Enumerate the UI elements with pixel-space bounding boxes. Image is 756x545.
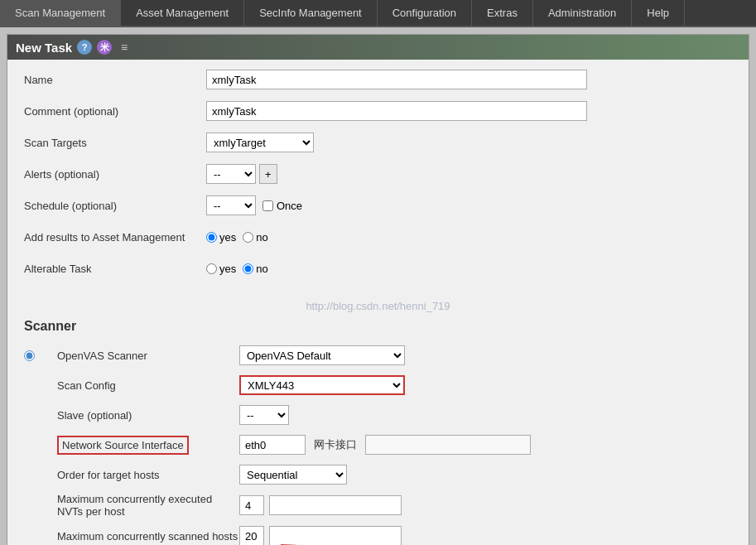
alterable-label: Alterable Task [24, 263, 206, 275]
network-annotation: 网卡接口 [314, 437, 357, 452]
page-title: New Task [16, 41, 72, 55]
slave-select[interactable]: -- [239, 405, 289, 425]
scan-config-select[interactable]: XMLY443 [239, 375, 405, 395]
alterable-yes-text: yes [219, 263, 236, 275]
openvas-row: OpenVAS Scanner OpenVAS Default [57, 344, 732, 367]
slave-control: -- [239, 405, 289, 425]
alerts-row: Alerts (optional) -- + [24, 162, 732, 186]
asset-control: yes no [206, 231, 732, 244]
scanner-title: Scanner [24, 319, 732, 334]
top-navigation: Scan Management Asset Management SecInfo… [0, 0, 756, 27]
scan-config-control: XMLY443 [239, 375, 405, 395]
order-control: Sequential [239, 465, 347, 485]
form-body: Name Comment (optional) Scan Targets xml… [7, 60, 749, 297]
nav-asset-management[interactable]: Asset Management [121, 0, 244, 26]
asset-no-text: no [256, 231, 267, 244]
nvt-per-host-range-input[interactable] [269, 495, 402, 515]
name-control [206, 70, 732, 89]
scanned-hosts-label: Maximum concurrently scanned hosts [57, 530, 239, 543]
once-checkbox[interactable] [262, 200, 273, 211]
order-row: Order for target hosts Sequential [57, 463, 732, 486]
scan-targets-select[interactable]: xmlyTarget [206, 133, 314, 152]
order-select[interactable]: Sequential [239, 465, 347, 485]
scan-targets-label: Scan Targets [24, 137, 206, 149]
network-input-area: 网卡接口 [239, 435, 531, 455]
alterable-yes-radio[interactable] [206, 263, 217, 274]
asset-label: Add results to Asset Management [24, 231, 206, 244]
asset-row: Add results to Asset Management yes no [24, 225, 732, 248]
nvt-per-host-label: Maximum concurrently executed NVTs per h… [57, 493, 239, 518]
name-row: Name [24, 68, 732, 91]
openvas-control: OpenVAS Default [239, 345, 405, 365]
alterable-no-radio[interactable] [243, 263, 253, 274]
nav-scan-management[interactable]: Scan Management [0, 0, 121, 26]
alerts-select[interactable]: -- [206, 164, 256, 184]
alerts-label: Alerts (optional) [24, 168, 206, 181]
scan-targets-control: xmlyTarget [206, 133, 732, 152]
asset-yes-text: yes [219, 231, 236, 244]
nvt-per-host-input[interactable] [239, 495, 264, 515]
nav-help[interactable]: Help [632, 0, 685, 26]
asset-yes-radio[interactable] [206, 232, 217, 243]
schedule-row: Schedule (optional) -- Once [24, 194, 732, 217]
arrow-svg [272, 541, 438, 545]
scan-targets-row: Scan Targets xmlyTarget [24, 131, 732, 154]
list-icon[interactable]: ≡ [117, 40, 132, 55]
asset-no-label[interactable]: no [243, 231, 267, 244]
name-input[interactable] [206, 70, 587, 89]
scanner-section: Scanner OpenVAS Scanner OpenVAS Default [7, 319, 749, 545]
comment-input[interactable] [206, 101, 587, 121]
help-icon[interactable]: ? [77, 40, 92, 55]
magic-icon[interactable]: 米 [97, 40, 112, 55]
schedule-label: Schedule (optional) [24, 200, 206, 212]
scanner-row: OpenVAS Scanner OpenVAS Default Scan Con… [24, 344, 732, 545]
alterable-no-label[interactable]: no [243, 263, 267, 275]
nav-secinfo-management[interactable]: SecInfo Management [244, 0, 378, 26]
network-source-input[interactable] [239, 435, 306, 455]
nvt-per-host-row: Maximum concurrently executed NVTs per h… [57, 493, 732, 518]
asset-no-radio[interactable] [243, 232, 253, 243]
once-label: Once [277, 200, 302, 212]
comment-control [206, 101, 732, 121]
comment-row: Comment (optional) [24, 99, 732, 123]
slave-label: Slave (optional) [57, 409, 239, 422]
scan-config-row: Scan Config XMLY443 [57, 374, 732, 397]
watermark: http://blog.csdn.net/henni_719 [7, 297, 749, 319]
comment-label: Comment (optional) [24, 105, 206, 118]
alterable-no-text: no [256, 263, 267, 275]
schedule-select[interactable]: -- [206, 195, 256, 215]
schedule-control: -- Once [206, 195, 732, 215]
network-source-wide-input[interactable] [365, 435, 531, 455]
network-label-wrapper: Network Source Interface [57, 436, 239, 455]
once-area: Once [262, 200, 302, 212]
name-label: Name [24, 74, 206, 86]
add-alert-button[interactable]: + [259, 164, 277, 184]
openvas-radio[interactable] [24, 350, 35, 361]
openvas-label: OpenVAS Scanner [57, 350, 239, 362]
scanner-form: OpenVAS Scanner OpenVAS Default Scan Con… [57, 344, 732, 545]
order-label: Order for target hosts [57, 469, 239, 481]
nvt-per-host-control [239, 495, 402, 515]
nav-administration[interactable]: Administration [533, 0, 632, 26]
nav-configuration[interactable]: Configuration [378, 0, 472, 26]
network-row: Network Source Interface 网卡接口 [57, 433, 732, 456]
alerts-control: -- + [206, 164, 732, 184]
main-content: New Task ? 米 ≡ Name Comment (optional) S… [7, 34, 749, 545]
scan-config-label: Scan Config [57, 379, 239, 392]
scanner-radio-col [24, 344, 57, 364]
alterable-control: yes no [206, 263, 732, 275]
asset-yes-label[interactable]: yes [206, 231, 236, 244]
alterable-yes-label[interactable]: yes [206, 263, 236, 275]
title-bar: New Task ? 米 ≡ [7, 35, 749, 60]
alterable-row: Alterable Task yes no [24, 257, 732, 280]
slave-row: Slave (optional) -- [57, 403, 732, 427]
network-source-label: Network Source Interface [57, 436, 189, 455]
nav-extras[interactable]: Extras [472, 0, 533, 26]
scanned-hosts-input[interactable] [239, 526, 264, 545]
openvas-select[interactable]: OpenVAS Default [239, 345, 405, 365]
